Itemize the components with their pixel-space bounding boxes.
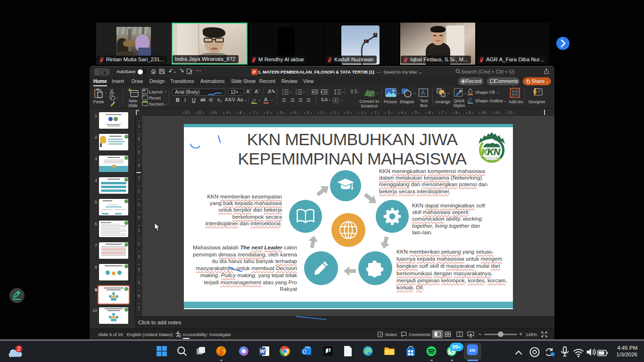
svg-text:Universitas Lampung: Universitas Lampung bbox=[482, 156, 502, 159]
svg-text:N: N bbox=[494, 147, 501, 157]
svg-text:zm: zm bbox=[470, 348, 476, 353]
svg-text:W: W bbox=[260, 348, 265, 354]
svg-text:A: A bbox=[421, 89, 425, 96]
svg-text:2: 2 bbox=[17, 346, 20, 352]
svg-text:3: 3 bbox=[296, 93, 297, 95]
